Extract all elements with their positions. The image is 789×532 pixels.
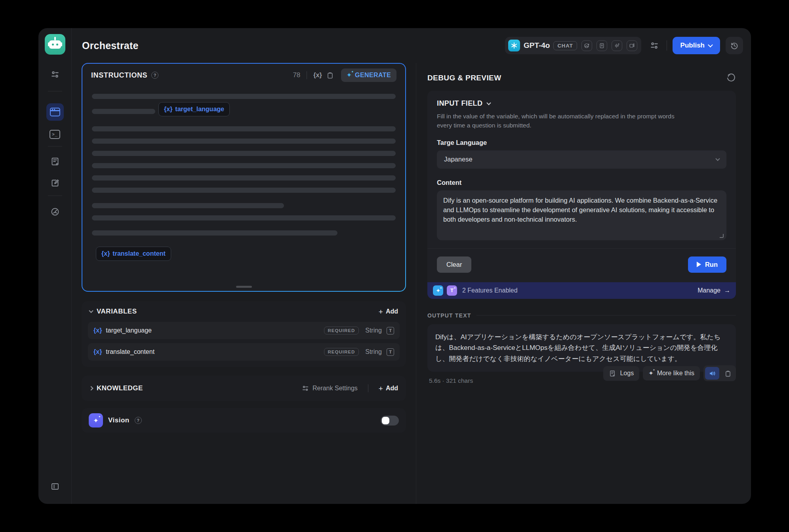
openai-logo — [508, 40, 520, 51]
target-language-select[interactable]: Japanese — [437, 150, 726, 169]
vision-section: ✦✦ Vision ? — [82, 408, 406, 433]
sidebar-item-terminal[interactable]: >_ — [47, 126, 63, 142]
model-selector[interactable]: GPT-4o CHAT — [505, 37, 641, 54]
copy-icon[interactable] — [326, 71, 334, 79]
run-button[interactable]: Run — [688, 256, 726, 273]
sidebar: >_ — [38, 28, 72, 504]
logs-button[interactable]: Logs — [603, 366, 639, 381]
chevron-down-icon — [487, 101, 491, 105]
sidebar-item-logs[interactable] — [47, 154, 63, 169]
help-icon[interactable]: ? — [135, 417, 142, 424]
variable-chip-target-language[interactable]: {x} target_language — [158, 102, 230, 116]
orchestrate-pane: INSTRUCTIONS ? 78 {x} ✦✦ GENERATE — [72, 63, 416, 504]
resize-corner-icon[interactable] — [720, 234, 724, 238]
terminal-icon: >_ — [50, 130, 60, 139]
input-field-description: Fill in the value of the variable, which… — [437, 112, 690, 130]
manage-features-button[interactable]: Manage → — [698, 287, 730, 294]
history-button[interactable] — [726, 37, 743, 54]
document-capability-icon — [597, 40, 607, 51]
add-variable-button[interactable]: + Add — [379, 308, 398, 315]
instructions-title: INSTRUCTIONS — [91, 71, 147, 80]
gauge-icon — [50, 207, 60, 217]
skeleton-line — [92, 163, 396, 168]
main-area: Orchestrate GPT-4o CHAT — [72, 28, 751, 504]
output-text-box: Difyは、AIアプリケーションを構築するためのオープンソースプラットフォームで… — [427, 324, 736, 372]
audio-capability-icon — [612, 40, 622, 51]
document-lines-icon — [50, 157, 60, 166]
app-logo-robot[interactable] — [45, 34, 65, 55]
model-parameters-button[interactable] — [646, 37, 663, 54]
instructions-header: INSTRUCTIONS ? 78 {x} ✦✦ GENERATE — [91, 64, 396, 87]
rerank-settings-button[interactable]: Rerank Settings — [302, 385, 358, 392]
input-field-header[interactable]: INPUT FIELD — [437, 99, 726, 108]
skeleton-line — [92, 126, 396, 131]
copy-output-button[interactable] — [721, 367, 734, 380]
sparkle-icon: ✦✦ — [648, 370, 654, 377]
clear-button[interactable]: Clear — [437, 256, 471, 273]
content-textarea[interactable]: Dify is an open-source platform for buil… — [437, 190, 726, 240]
skeleton-line — [92, 94, 396, 99]
speaker-button[interactable] — [705, 367, 719, 380]
chevron-right-icon[interactable] — [89, 386, 93, 390]
app-window: >_ Orchestrate GPT-4o CH — [38, 28, 751, 504]
refresh-icon — [726, 73, 736, 83]
required-badge: REQUIRED — [324, 327, 359, 334]
skeleton-line — [92, 203, 284, 208]
content-label: Content — [437, 179, 726, 186]
main-header: Orchestrate GPT-4o CHAT — [72, 28, 751, 63]
vision-toggle[interactable] — [381, 416, 399, 426]
knowledge-title: KNOWLEDGE — [97, 384, 143, 392]
sidebar-divider — [48, 146, 62, 146]
skeleton-line — [92, 230, 337, 236]
output-icon-group — [703, 365, 736, 381]
model-name: GPT-4o — [524, 41, 550, 50]
restart-button[interactable] — [726, 73, 736, 83]
char-count: 78 — [293, 71, 300, 79]
variables-section: VARIABLES + Add {x} target_language REQU… — [82, 301, 406, 367]
settings-sliders-icon[interactable] — [47, 66, 63, 82]
features-enabled-text: 2 Features Enabled — [462, 287, 518, 294]
collapse-panel-icon — [50, 482, 60, 491]
debug-preview-pane: DEBUG & PREVIEW INPUT FIELD Fill in the … — [416, 63, 751, 504]
sparkles-icon: ✦✦ — [347, 72, 352, 78]
skeleton-line — [92, 188, 396, 193]
help-icon[interactable]: ? — [151, 72, 158, 79]
content-row: INSTRUCTIONS ? 78 {x} ✦✦ GENERATE — [72, 63, 751, 504]
resize-handle[interactable] — [236, 286, 252, 288]
string-type-icon: T — [387, 327, 394, 334]
arrow-right-icon: → — [724, 287, 730, 294]
more-like-this-button[interactable]: ✦✦ More like this — [643, 366, 700, 380]
edit-note-icon — [50, 178, 60, 188]
add-knowledge-button[interactable]: + Add — [379, 385, 398, 392]
history-clock-icon — [730, 41, 739, 50]
sidebar-item-monitoring[interactable] — [47, 204, 63, 220]
variables-title: VARIABLES — [97, 308, 137, 315]
string-type-icon: T — [387, 348, 394, 356]
variable-row[interactable]: {x} translate_content REQUIRED String T — [88, 343, 400, 361]
publish-button[interactable]: Publish — [673, 37, 720, 54]
play-icon — [697, 262, 701, 267]
speaker-icon — [709, 370, 716, 377]
sidebar-item-annotation[interactable] — [47, 175, 63, 191]
skeleton-line — [92, 215, 396, 220]
skeleton-line — [92, 175, 396, 180]
chevron-down-icon — [708, 42, 713, 48]
variable-chip-translate-content[interactable]: {x} translate_content — [96, 247, 171, 261]
browser-window-icon — [50, 108, 60, 116]
sidebar-item-orchestrate[interactable] — [46, 103, 64, 121]
vision-capability-icon — [581, 40, 592, 51]
collapse-sidebar-button[interactable] — [47, 479, 63, 494]
plus-icon: + — [379, 385, 383, 392]
vision-title: Vision — [108, 416, 130, 424]
target-language-label: Targe Language — [437, 139, 726, 146]
generate-button[interactable]: ✦✦ GENERATE — [341, 68, 396, 82]
variables-header[interactable]: VARIABLES + Add — [82, 301, 406, 322]
insert-variable-icon[interactable]: {x} — [313, 72, 322, 79]
features-bar[interactable]: ✦✦ T✦ 2 Features Enabled Manage → — [427, 282, 736, 299]
variable-row[interactable]: {x} target_language REQUIRED String T — [88, 322, 400, 339]
chevron-down-icon — [89, 308, 93, 313]
logs-document-icon — [609, 370, 616, 377]
robot-antenna — [54, 37, 56, 40]
publish-label: Publish — [680, 42, 705, 49]
text-to-speech-feature-icon: T✦ — [447, 285, 457, 296]
